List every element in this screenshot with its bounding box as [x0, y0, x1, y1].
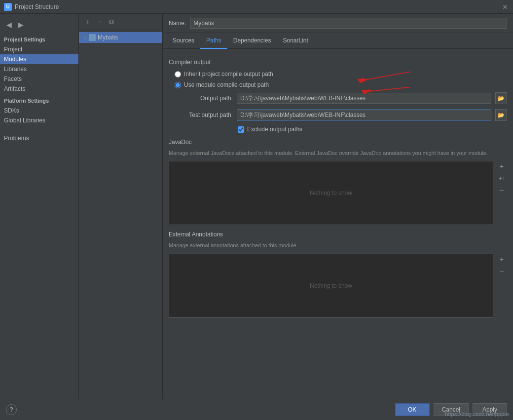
- javadoc-list: Nothing to show: [169, 161, 493, 225]
- sidebar-item-global-libraries[interactable]: Global Libraries: [0, 115, 78, 125]
- watermark: https://blog.csdn.net/pppre: [445, 411, 509, 417]
- exclude-checkbox-row: Exclude output paths: [238, 126, 507, 133]
- exclude-checkbox[interactable]: [238, 126, 244, 133]
- module-icon: [89, 34, 96, 41]
- tab-sources[interactable]: Sources: [167, 33, 200, 49]
- exclude-label: Exclude output paths: [247, 126, 302, 133]
- content-area: Compiler output Inherit project compile …: [163, 49, 513, 399]
- output-path-browse-button[interactable]: 📂: [495, 92, 507, 104]
- tabs-bar: Sources Paths Dependencies SonarLint: [163, 33, 513, 49]
- remove-module-button[interactable]: −: [95, 17, 105, 27]
- annotations-add-button[interactable]: +: [496, 254, 507, 265]
- tab-sonarlint[interactable]: SonarLint: [277, 33, 314, 49]
- compiler-output-section: Compiler output: [169, 59, 507, 66]
- app-icon: U: [4, 3, 12, 11]
- tree-expand-icon: ▼: [83, 35, 88, 40]
- javadoc-section: JavaDoc: [169, 139, 507, 146]
- test-output-path-row: Test output path: 📂: [169, 109, 507, 121]
- javadoc-add-button[interactable]: +: [496, 161, 507, 172]
- use-module-radio[interactable]: [175, 82, 181, 88]
- add-url-icon: +↑: [499, 176, 505, 181]
- module-list: ▼ Mybatis: [79, 30, 162, 399]
- inherit-radio-label: Inherit project compile output path: [184, 71, 273, 77]
- module-name-label[interactable]: Mybatis: [98, 34, 118, 41]
- javadoc-description: Manage external JavaDocs attached to thi…: [169, 150, 507, 157]
- sidebar-item-problems[interactable]: Problems: [0, 133, 78, 143]
- sidebar: ◀ ▶ Project Settings Project Modules Lib…: [0, 14, 79, 399]
- add-module-button[interactable]: +: [83, 17, 93, 27]
- forward-button[interactable]: ▶: [16, 20, 26, 30]
- bottom-left: ?: [6, 404, 17, 415]
- output-path-label: Output path:: [169, 95, 233, 102]
- external-annotations-description: Manage external annotations attached to …: [169, 242, 507, 249]
- inherit-radio[interactable]: [175, 71, 181, 77]
- output-path-input[interactable]: [237, 93, 491, 104]
- use-module-radio-label: Use module compile output path: [184, 81, 269, 88]
- tab-paths[interactable]: Paths: [200, 33, 227, 49]
- sidebar-item-modules[interactable]: Modules: [0, 54, 78, 64]
- annotations-remove-button[interactable]: −: [496, 266, 507, 276]
- sidebar-item-libraries[interactable]: Libraries: [0, 64, 78, 74]
- name-input[interactable]: [190, 18, 507, 29]
- close-button[interactable]: ✕: [501, 3, 509, 11]
- external-annotations-list: Nothing to show: [169, 254, 493, 318]
- inherit-radio-row: Inherit project compile output path: [175, 71, 507, 77]
- sidebar-item-sdks[interactable]: SDKs: [0, 106, 78, 115]
- name-label: Name:: [169, 20, 186, 27]
- platform-settings-header: Platform Settings: [0, 94, 78, 106]
- module-list-panel: + − ⧉ ▼ Mybatis: [79, 14, 163, 399]
- javadoc-add-url-button[interactable]: +↑: [496, 173, 507, 184]
- tab-dependencies[interactable]: Dependencies: [227, 33, 277, 49]
- folder-icon-2: 📂: [498, 112, 505, 118]
- back-button[interactable]: ◀: [4, 20, 14, 30]
- name-row: Name:: [163, 14, 513, 33]
- external-annotations-section: External Annotations: [169, 231, 507, 238]
- folder-icon: 📂: [498, 95, 505, 102]
- output-path-row: Output path: 📂: [169, 92, 507, 104]
- bottom-bar: ? OK Cancel Apply: [0, 399, 513, 420]
- project-structure-dialog: U Project Structure ✕ ◀ ▶ Project Settin…: [0, 0, 513, 420]
- sidebar-item-artifacts[interactable]: Artifacts: [0, 84, 78, 94]
- project-settings-header: Project Settings: [0, 34, 78, 44]
- use-module-radio-row: Use module compile output path: [175, 81, 507, 88]
- sidebar-item-project[interactable]: Project: [0, 44, 78, 54]
- external-annotations-placeholder: Nothing to show: [310, 282, 352, 289]
- javadoc-placeholder: Nothing to show: [310, 190, 352, 196]
- sidebar-toolbar: ◀ ▶: [0, 18, 78, 34]
- dialog-title: Project Structure: [15, 3, 501, 10]
- help-button[interactable]: ?: [6, 404, 17, 415]
- test-output-path-label: Test output path:: [169, 112, 233, 118]
- right-panel: Name: Sources Paths Dependencies SonarLi…: [163, 14, 513, 399]
- ok-button[interactable]: OK: [395, 403, 430, 416]
- sidebar-item-facets[interactable]: Facets: [0, 74, 78, 84]
- test-output-path-input[interactable]: [237, 110, 491, 120]
- javadoc-remove-button[interactable]: −: [496, 185, 507, 195]
- copy-module-button[interactable]: ⧉: [107, 17, 116, 27]
- title-bar: U Project Structure ✕: [0, 0, 513, 14]
- test-output-path-browse-button[interactable]: 📂: [495, 109, 507, 121]
- main-content: ◀ ▶ Project Settings Project Modules Lib…: [0, 14, 513, 399]
